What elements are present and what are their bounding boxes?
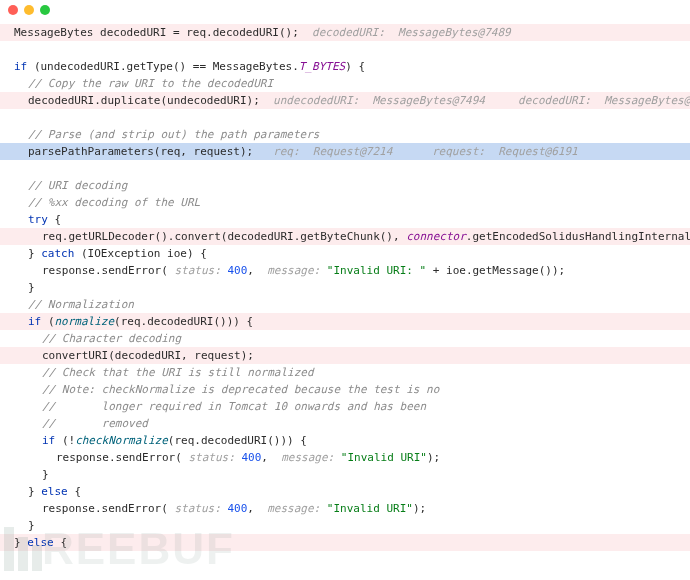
code-line[interactable]: decodedURI.duplicate(undecodedURI); unde…: [0, 92, 690, 109]
code-line[interactable]: if (undecodedURI.getType() == MessageByt…: [0, 58, 690, 75]
code-token: // URI decoding: [28, 179, 127, 192]
code-line[interactable]: // Parse (and strip out) the path parame…: [0, 126, 690, 143]
code-token: normalize: [55, 315, 115, 328]
code-line[interactable]: convertURI(decodedURI, request);: [0, 347, 690, 364]
code-token: if: [14, 60, 34, 73]
code-token: );: [413, 502, 426, 515]
code-token: }: [28, 485, 41, 498]
minimize-icon[interactable]: [24, 5, 34, 15]
code-line[interactable]: // %xx decoding of the URL: [0, 194, 690, 211]
code-token: convertURI(decodedURI, request);: [42, 349, 254, 362]
code-token: // Note: checkNormalize is deprecated be…: [42, 383, 439, 396]
code-token: response.sendError(: [56, 451, 188, 464]
code-token: );: [427, 451, 440, 464]
code-line[interactable]: }: [0, 279, 690, 296]
code-line[interactable]: // Note: checkNormalize is deprecated be…: [0, 381, 690, 398]
code-line[interactable]: parsePathParameters(req, request); req: …: [0, 143, 690, 160]
code-line[interactable]: }: [0, 466, 690, 483]
code-token: ) {: [345, 60, 365, 73]
code-token: ,: [247, 264, 267, 277]
code-token: req: Request@7214 request: Request@6191: [273, 145, 578, 158]
code-line[interactable]: // longer required in Tomcat 10 onwards …: [0, 398, 690, 415]
code-token: catch: [41, 247, 81, 260]
code-line[interactable]: } else {: [0, 483, 690, 500]
code-token: decodedURI: MessageBytes@7489: [312, 26, 511, 39]
code-line[interactable]: response.sendError( status: 400, message…: [0, 449, 690, 466]
code-token: MessageBytes decodedURI = req.decodedURI…: [14, 26, 312, 39]
code-line[interactable]: // URI decoding: [0, 177, 690, 194]
code-token: [14, 162, 21, 175]
code-token: // Check that the URI is still normalize…: [42, 366, 314, 379]
code-line[interactable]: MessageBytes decodedURI = req.decodedURI…: [0, 24, 690, 41]
code-token: status:: [174, 502, 227, 515]
zoom-icon[interactable]: [40, 5, 50, 15]
code-token: // Parse (and strip out) the path parame…: [28, 128, 319, 141]
code-line[interactable]: [0, 41, 690, 58]
code-line[interactable]: }: [0, 517, 690, 534]
code-token: try: [28, 213, 55, 226]
code-token: connector: [406, 230, 466, 243]
code-line[interactable]: response.sendError( status: 400, message…: [0, 500, 690, 517]
code-token: 400: [241, 451, 261, 464]
code-token: T_BYTES: [299, 60, 345, 73]
code-token: undecodedURI: MessageBytes@7494 decodedU…: [273, 94, 690, 107]
code-token: {: [55, 213, 62, 226]
code-token: message:: [267, 264, 327, 277]
code-token: }: [42, 468, 49, 481]
code-token: {: [74, 485, 81, 498]
code-token: + ioe.getMessage());: [426, 264, 565, 277]
code-token: if: [28, 315, 48, 328]
code-token: }: [14, 536, 27, 549]
code-token: }: [28, 281, 35, 294]
code-line[interactable]: if (!checkNormalize(req.decodedURI())) {: [0, 432, 690, 449]
code-token: response.sendError(: [42, 264, 174, 277]
code-token: // %xx decoding of the URL: [28, 196, 200, 209]
code-line[interactable]: try {: [0, 211, 690, 228]
code-token: (undecodedURI.getType() == MessageBytes.: [34, 60, 299, 73]
code-token: // Copy the raw URI to the decodedURI: [28, 77, 273, 90]
code-token: status:: [188, 451, 241, 464]
code-token: // longer required in Tomcat 10 onwards …: [42, 400, 426, 413]
code-token: (IOException ioe) {: [81, 247, 207, 260]
close-icon[interactable]: [8, 5, 18, 15]
code-token: decodedURI.duplicate(undecodedURI);: [28, 94, 273, 107]
code-token: if: [42, 434, 62, 447]
code-token: "Invalid URI": [327, 502, 413, 515]
mac-titlebar: [0, 0, 690, 20]
code-token: ,: [247, 502, 267, 515]
code-line[interactable]: req.getURLDecoder().convert(decodedURI.g…: [0, 228, 690, 245]
code-token: message:: [281, 451, 341, 464]
code-token: (req.decodedURI())) {: [168, 434, 307, 447]
code-token: .getEncodedSolidusHandlingInternal());: [466, 230, 690, 243]
code-token: [14, 111, 21, 124]
code-token: else: [27, 536, 60, 549]
code-token: else: [41, 485, 74, 498]
code-token: 400: [227, 264, 247, 277]
code-token: message:: [267, 502, 327, 515]
code-token: checkNormalize: [75, 434, 168, 447]
code-token: (req.decodedURI())) {: [114, 315, 253, 328]
code-token: "Invalid URI: ": [327, 264, 426, 277]
code-token: req.getURLDecoder().convert(decodedURI.g…: [42, 230, 406, 243]
code-token: // Normalization: [28, 298, 134, 311]
code-line[interactable]: // Copy the raw URI to the decodedURI: [0, 75, 690, 92]
code-token: // removed: [42, 417, 148, 430]
code-line[interactable]: // removed: [0, 415, 690, 432]
code-line[interactable]: } else {: [0, 534, 690, 551]
code-line[interactable]: } catch (IOException ioe) {: [0, 245, 690, 262]
code-token: 400: [227, 502, 247, 515]
code-token: }: [28, 247, 41, 260]
code-line[interactable]: [0, 109, 690, 126]
code-editor[interactable]: MessageBytes decodedURI = req.decodedURI…: [0, 20, 690, 561]
code-token: (!: [62, 434, 75, 447]
code-token: response.sendError(: [42, 502, 174, 515]
code-line[interactable]: [0, 160, 690, 177]
code-line[interactable]: response.sendError( status: 400, message…: [0, 262, 690, 279]
code-token: }: [28, 519, 35, 532]
code-line[interactable]: if (normalize(req.decodedURI())) {: [0, 313, 690, 330]
code-line[interactable]: // Normalization: [0, 296, 690, 313]
code-line[interactable]: // Character decoding: [0, 330, 690, 347]
code-token: (: [48, 315, 55, 328]
code-line[interactable]: // Check that the URI is still normalize…: [0, 364, 690, 381]
code-token: [14, 43, 21, 56]
